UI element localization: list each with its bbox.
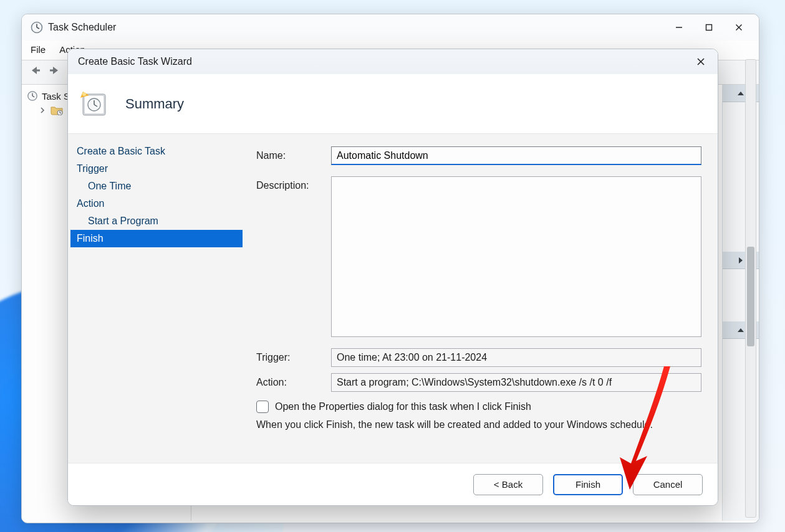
- sidebar-item-create-basic-task[interactable]: Create a Basic Task: [70, 143, 243, 160]
- open-properties-row[interactable]: Open the Properties dialog for this task…: [256, 401, 701, 413]
- sidebar-item-trigger[interactable]: Trigger: [70, 160, 243, 178]
- back-button[interactable]: < Back: [473, 474, 543, 495]
- label-action: Action:: [256, 373, 321, 388]
- clock-icon: [27, 90, 38, 102]
- trigger-summary-text: One time; At 23:00 on 21-11-2024: [337, 352, 487, 363]
- nav-back-button[interactable]: [26, 62, 44, 79]
- svg-point-22: [82, 92, 86, 96]
- create-task-wizard-dialog: Create Basic Task Wizard Summary Create …: [67, 49, 718, 506]
- open-properties-checkbox[interactable]: [256, 401, 269, 413]
- minimize-button[interactable]: [664, 16, 694, 39]
- close-button[interactable]: [724, 16, 754, 39]
- dialog-titlebar: Create Basic Task Wizard: [68, 49, 718, 74]
- menu-file[interactable]: File: [31, 44, 46, 55]
- cancel-button-label: Cancel: [653, 479, 683, 490]
- label-name: Name:: [256, 146, 321, 161]
- window-title: Task Scheduler: [48, 22, 116, 33]
- open-properties-label: Open the Properties dialog for this task…: [275, 401, 531, 412]
- svg-rect-4: [706, 25, 712, 31]
- cancel-button[interactable]: Cancel: [633, 474, 703, 495]
- wizard-sidebar: Create a Basic Task Trigger One Time Act…: [68, 134, 245, 463]
- trigger-summary: One time; At 23:00 on 21-11-2024: [331, 348, 701, 367]
- chevron-right-icon: [39, 107, 47, 113]
- nav-forward-button[interactable]: [46, 62, 64, 79]
- folder-icon: [51, 105, 63, 115]
- svg-rect-7: [36, 70, 40, 72]
- wizard-form: Name: Description: Trigger: One time; At…: [245, 134, 718, 463]
- scrollbar-thumb[interactable]: [747, 247, 754, 346]
- label-trigger: Trigger:: [256, 348, 321, 363]
- titlebar: Task Scheduler: [22, 14, 759, 40]
- window-scrollbar[interactable]: [745, 59, 756, 518]
- label-description: Description:: [256, 176, 321, 191]
- sidebar-item-finish[interactable]: Finish: [70, 230, 243, 247]
- dialog-banner: Summary: [68, 74, 718, 134]
- maximize-button[interactable]: [694, 16, 724, 39]
- action-summary-text: Start a program; C:\Windows\System32\shu…: [337, 377, 612, 388]
- sidebar-item-action[interactable]: Action: [70, 195, 243, 212]
- finish-button-label: Finish: [576, 479, 600, 490]
- svg-rect-8: [50, 70, 54, 72]
- clock-icon: [31, 21, 43, 34]
- action-summary: Start a program; C:\Windows\System32\shu…: [331, 373, 701, 392]
- wizard-clock-icon: [77, 89, 109, 119]
- dialog-button-row: < Back Finish Cancel: [68, 463, 718, 505]
- sidebar-item-trigger-detail[interactable]: One Time: [70, 178, 243, 195]
- finish-button[interactable]: Finish: [553, 474, 623, 495]
- sidebar-item-action-detail[interactable]: Start a Program: [70, 212, 243, 230]
- dialog-close-button[interactable]: [689, 52, 713, 72]
- wizard-step-title: Summary: [125, 96, 184, 112]
- dialog-title: Create Basic Task Wizard: [78, 56, 192, 67]
- back-button-label: < Back: [494, 479, 523, 490]
- description-field[interactable]: [331, 176, 701, 337]
- name-field[interactable]: [331, 146, 701, 165]
- finish-hint: When you click Finish, the new task will…: [256, 419, 701, 430]
